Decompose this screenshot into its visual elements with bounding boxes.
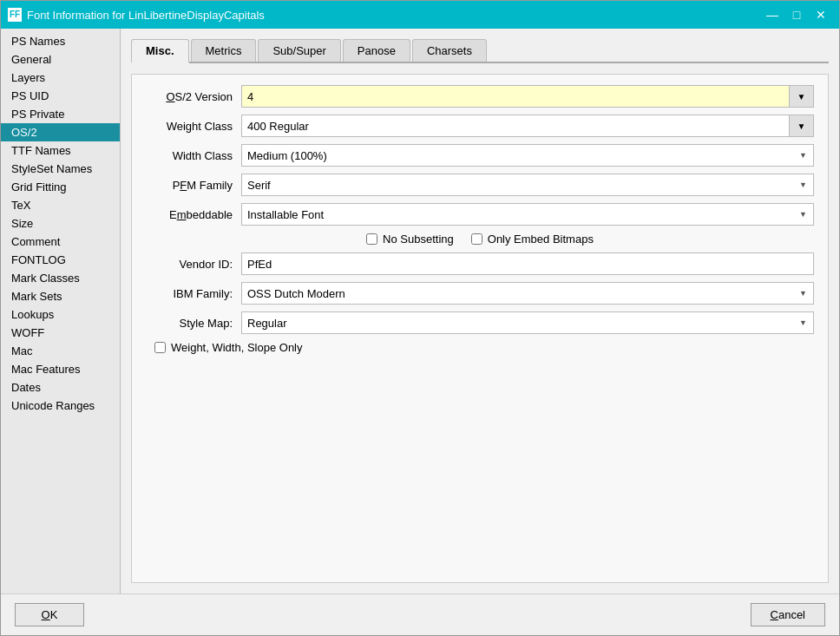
sidebar-item-mac[interactable]: Mac bbox=[1, 342, 120, 360]
sidebar-item-mark-sets[interactable]: Mark Sets bbox=[1, 287, 120, 305]
style-map-row: Style Map: RegularBoldItalicBold Italic bbox=[146, 311, 814, 334]
style-map-label: Style Map: bbox=[146, 317, 241, 330]
sidebar-item-ps-names[interactable]: PS Names bbox=[1, 32, 120, 50]
embeddable-select-wrapper: Installable FontEditable FontPrint and P… bbox=[241, 203, 814, 226]
window-title: Font Information for LinLibertineDisplay… bbox=[27, 9, 761, 22]
weight-width-slope-label[interactable]: Weight, Width, Slope Only bbox=[171, 341, 303, 354]
sidebar-item-lookups[interactable]: Lookups bbox=[1, 305, 120, 324]
maximize-button[interactable]: □ bbox=[785, 5, 808, 24]
sidebar-item-ps-private[interactable]: PS Private bbox=[1, 105, 120, 123]
width-class-label: Width Class bbox=[146, 149, 241, 162]
main-content: Misc. Metrics Sub/Super Panose Charsets … bbox=[121, 29, 839, 593]
main-window: FF Font Information for LinLibertineDisp… bbox=[0, 0, 840, 636]
close-button[interactable]: ✕ bbox=[810, 5, 832, 24]
sidebar-item-styleset-names[interactable]: StyleSet Names bbox=[1, 160, 120, 178]
footer: OK Cancel bbox=[1, 593, 839, 635]
weight-class-row: Weight Class ▼ bbox=[146, 115, 814, 137]
width-class-select-wrapper: Medium (100%)Ultra-condensed (50%)Extra-… bbox=[241, 144, 814, 167]
embed-options-row: No Subsetting Only Embed Bitmaps bbox=[146, 233, 814, 246]
only-embed-label[interactable]: Only Embed Bitmaps bbox=[488, 233, 594, 246]
cancel-button[interactable]: Cancel bbox=[751, 603, 825, 626]
tab-bar: Misc. Metrics Sub/Super Panose Charsets bbox=[131, 39, 829, 63]
only-embed-checkbox[interactable] bbox=[471, 233, 482, 245]
sidebar-item-woff[interactable]: WOFF bbox=[1, 324, 120, 342]
pfm-family-label: PFM Family bbox=[146, 179, 241, 192]
sidebar-item-ps-uid[interactable]: PS UID bbox=[1, 87, 120, 105]
os2-version-label: OS/2 Version bbox=[146, 90, 241, 103]
form-area: OS/2 Version ▼ Weight Class ▼ bbox=[131, 74, 829, 583]
weight-class-dropdown-btn[interactable]: ▼ bbox=[790, 115, 814, 137]
style-map-select-wrapper: RegularBoldItalicBold Italic bbox=[241, 311, 814, 334]
sidebar-item-ttf-names[interactable]: TTF Names bbox=[1, 141, 120, 160]
tab-metrics[interactable]: Metrics bbox=[191, 39, 257, 62]
ok-button[interactable]: OK bbox=[15, 603, 84, 626]
ibm-family-select[interactable]: OSS Dutch ModernNo ClassificationOld Sty… bbox=[241, 282, 814, 305]
os2-version-input[interactable] bbox=[241, 85, 790, 108]
pfm-family-select-wrapper: SerifSans SerifMonospaceScriptDecorative bbox=[241, 174, 814, 196]
weight-class-input-group: ▼ bbox=[241, 115, 814, 137]
weight-class-label: Weight Class bbox=[146, 120, 241, 133]
only-embed-item: Only Embed Bitmaps bbox=[471, 233, 594, 246]
width-class-select[interactable]: Medium (100%)Ultra-condensed (50%)Extra-… bbox=[241, 144, 814, 167]
tab-charsets[interactable]: Charsets bbox=[412, 39, 487, 62]
vendor-id-row: Vendor ID: bbox=[146, 252, 814, 275]
weight-class-input[interactable] bbox=[241, 115, 790, 137]
style-map-select[interactable]: RegularBoldItalicBold Italic bbox=[241, 311, 814, 334]
window-controls: — □ ✕ bbox=[761, 5, 832, 24]
sidebar: PS NamesGeneralLayersPS UIDPS PrivateOS/… bbox=[1, 29, 121, 593]
width-class-row: Width Class Medium (100%)Ultra-condensed… bbox=[146, 144, 814, 167]
window-body: PS NamesGeneralLayersPS UIDPS PrivateOS/… bbox=[1, 29, 839, 593]
tab-sub-super[interactable]: Sub/Super bbox=[258, 39, 340, 62]
tab-panose[interactable]: Panose bbox=[343, 39, 410, 62]
weight-width-slope-row: Weight, Width, Slope Only bbox=[146, 341, 814, 354]
no-subsetting-item: No Subsetting bbox=[366, 233, 454, 246]
app-icon: FF bbox=[8, 8, 22, 22]
embeddable-select[interactable]: Installable FontEditable FontPrint and P… bbox=[241, 203, 814, 226]
sidebar-item-os2[interactable]: OS/2 bbox=[1, 123, 120, 141]
ibm-family-row: IBM Family: OSS Dutch ModernNo Classific… bbox=[146, 282, 814, 305]
vendor-id-label: Vendor ID: bbox=[146, 258, 241, 271]
no-subsetting-label[interactable]: No Subsetting bbox=[383, 233, 454, 246]
sidebar-item-tex[interactable]: TeX bbox=[1, 196, 120, 214]
os2-version-dropdown-btn[interactable]: ▼ bbox=[790, 85, 814, 108]
os2-version-row: OS/2 Version ▼ bbox=[146, 85, 814, 108]
weight-width-slope-checkbox[interactable] bbox=[154, 342, 166, 353]
pfm-family-row: PFM Family SerifSans SerifMonospaceScrip… bbox=[146, 174, 814, 196]
pfm-family-select[interactable]: SerifSans SerifMonospaceScriptDecorative bbox=[241, 174, 814, 196]
minimize-button[interactable]: — bbox=[761, 5, 784, 24]
sidebar-item-unicode-ranges[interactable]: Unicode Ranges bbox=[1, 397, 120, 415]
sidebar-item-layers[interactable]: Layers bbox=[1, 69, 120, 87]
tab-misc[interactable]: Misc. bbox=[131, 39, 189, 63]
sidebar-item-comment[interactable]: Comment bbox=[1, 233, 120, 251]
ibm-family-label: IBM Family: bbox=[146, 287, 241, 300]
sidebar-item-dates[interactable]: Dates bbox=[1, 378, 120, 397]
sidebar-item-mac-features[interactable]: Mac Features bbox=[1, 360, 120, 378]
sidebar-item-fontlog[interactable]: FONTLOG bbox=[1, 251, 120, 269]
embeddable-label: Embeddable bbox=[146, 208, 241, 221]
sidebar-item-general[interactable]: General bbox=[1, 50, 120, 69]
sidebar-item-grid-fitting[interactable]: Grid Fitting bbox=[1, 178, 120, 196]
title-bar: FF Font Information for LinLibertineDisp… bbox=[1, 1, 839, 29]
os2-version-input-group: ▼ bbox=[241, 85, 814, 108]
embeddable-row: Embeddable Installable FontEditable Font… bbox=[146, 203, 814, 226]
sidebar-item-mark-classes[interactable]: Mark Classes bbox=[1, 269, 120, 287]
no-subsetting-checkbox[interactable] bbox=[366, 233, 377, 245]
vendor-id-input[interactable] bbox=[241, 252, 814, 275]
sidebar-item-size[interactable]: Size bbox=[1, 214, 120, 233]
ibm-family-select-wrapper: OSS Dutch ModernNo ClassificationOld Sty… bbox=[241, 282, 814, 305]
